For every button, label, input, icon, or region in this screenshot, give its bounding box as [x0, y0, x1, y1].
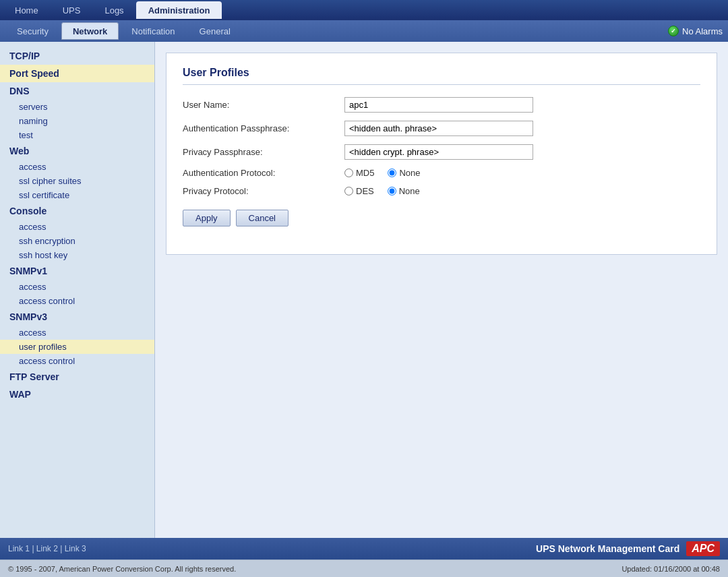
link1[interactable]: Link 1	[8, 544, 30, 553]
auth-protocol-group: MD5 None	[344, 168, 421, 178]
copyright-text: © 1995 - 2007, American Power Conversion…	[8, 565, 236, 573]
user-name-input[interactable]	[344, 97, 533, 113]
content-title: User Profiles	[183, 67, 700, 85]
tab-network[interactable]: Network	[61, 22, 119, 40]
sidebar-section-snmpv3[interactable]: SNMPv3	[0, 308, 154, 326]
auth-protocol-md5-label: MD5	[356, 168, 374, 178]
sidebar-item-snmpv3-access-control[interactable]: access control	[0, 354, 154, 368]
privacy-protocol-des[interactable]: DES	[344, 186, 374, 196]
cancel-button[interactable]: Cancel	[236, 210, 289, 226]
sidebar-item-naming[interactable]: naming	[0, 114, 154, 128]
tab-notification[interactable]: Notification	[120, 22, 186, 40]
auth-protocol-none[interactable]: None	[388, 168, 420, 178]
privacy-protocol-row: Privacy Protocol: DES None	[183, 186, 700, 196]
tab-home[interactable]: Home	[3, 1, 51, 19]
auth-protocol-md5-radio[interactable]	[344, 169, 353, 177]
auth-passphrase-label: Authentication Passphrase:	[183, 123, 344, 133]
auth-passphrase-row: Authentication Passphrase:	[183, 121, 700, 136]
second-nav-bar: Security Network Notification General No…	[0, 20, 728, 42]
second-nav-tabs: Security Network Notification General	[5, 22, 242, 40]
sidebar-item-ssl-cipher-suites[interactable]: ssl cipher suites	[0, 174, 154, 188]
alarm-indicator	[668, 26, 679, 36]
main-content: TCP/IP Port Speed DNS servers naming tes…	[0, 42, 728, 538]
no-alarms-label: No Alarms	[682, 26, 723, 36]
auth-passphrase-input[interactable]	[344, 121, 533, 136]
auth-protocol-md5[interactable]: MD5	[344, 168, 374, 178]
sidebar-item-tcpip[interactable]: TCP/IP	[0, 47, 154, 65]
sidebar-item-portspeed[interactable]: Port Speed	[0, 65, 154, 82]
sidebar-section-wap[interactable]: WAP	[0, 386, 154, 403]
tab-administration[interactable]: Administration	[136, 1, 222, 19]
sidebar-item-test[interactable]: test	[0, 128, 154, 142]
auth-protocol-row: Authentication Protocol: MD5 None	[183, 168, 700, 178]
sidebar-item-servers[interactable]: servers	[0, 100, 154, 114]
apc-logo: APC	[686, 541, 720, 556]
user-profiles-box: User Profiles User Name: Authentication …	[166, 53, 717, 255]
privacy-protocol-label: Privacy Protocol:	[183, 186, 344, 196]
brand-label: UPS Network Management Card	[536, 543, 679, 554]
privacy-protocol-none-label: None	[399, 186, 420, 196]
privacy-passphrase-input[interactable]	[344, 144, 533, 160]
apply-button[interactable]: Apply	[183, 210, 231, 226]
privacy-passphrase-label: Privacy Passphrase:	[183, 147, 344, 157]
no-alarms-status: No Alarms	[668, 26, 723, 36]
sidebar-item-user-profiles[interactable]: user profiles	[0, 340, 154, 354]
sidebar-item-snmpv1-access[interactable]: access	[0, 280, 154, 294]
tab-security[interactable]: Security	[5, 22, 60, 40]
privacy-protocol-des-radio[interactable]	[344, 187, 353, 195]
auth-protocol-none-radio[interactable]	[388, 169, 396, 177]
sidebar-item-web-access[interactable]: access	[0, 160, 154, 174]
tab-logs[interactable]: Logs	[92, 1, 135, 19]
sidebar-item-ssl-certificate[interactable]: ssl certificate	[0, 188, 154, 202]
user-name-row: User Name:	[183, 97, 700, 113]
link3[interactable]: Link 3	[65, 544, 86, 553]
bottom-links: Link 1 | Link 2 | Link 3	[8, 544, 86, 553]
sidebar-section-console[interactable]: Console	[0, 202, 154, 220]
privacy-protocol-des-label: DES	[356, 186, 374, 196]
sidebar: TCP/IP Port Speed DNS servers naming tes…	[0, 42, 155, 538]
privacy-passphrase-row: Privacy Passphrase:	[183, 144, 700, 160]
sidebar-section-ftp[interactable]: FTP Server	[0, 368, 154, 386]
auth-protocol-none-label: None	[399, 168, 420, 178]
content-panel: User Profiles User Name: Authentication …	[155, 42, 728, 538]
user-name-label: User Name:	[183, 100, 344, 110]
footer: © 1995 - 2007, American Power Conversion…	[0, 559, 728, 577]
sidebar-section-dns[interactable]: DNS	[0, 82, 154, 100]
tab-ups[interactable]: UPS	[51, 1, 93, 19]
privacy-protocol-none[interactable]: None	[388, 186, 420, 196]
sidebar-item-snmpv1-access-control[interactable]: access control	[0, 294, 154, 308]
sidebar-item-snmpv3-access[interactable]: access	[0, 326, 154, 340]
privacy-protocol-none-radio[interactable]	[388, 187, 396, 195]
sidebar-item-ssh-host-key[interactable]: ssh host key	[0, 248, 154, 262]
privacy-protocol-group: DES None	[344, 186, 420, 196]
sidebar-section-web[interactable]: Web	[0, 142, 154, 160]
auth-protocol-label: Authentication Protocol:	[183, 168, 344, 178]
tab-general[interactable]: General	[188, 22, 242, 40]
button-row: Apply Cancel	[183, 210, 700, 226]
sidebar-item-console-access[interactable]: access	[0, 220, 154, 234]
top-nav-bar: Home UPS Logs Administration	[0, 0, 728, 20]
sidebar-section-snmpv1[interactable]: SNMPv1	[0, 262, 154, 280]
sidebar-item-ssh-encryption[interactable]: ssh encryption	[0, 234, 154, 248]
updated-text: Updated: 01/16/2000 at 00:48	[621, 565, 720, 573]
link2[interactable]: Link 2	[36, 544, 58, 553]
bottom-bar: Link 1 | Link 2 | Link 3 UPS Network Man…	[0, 538, 728, 559]
bottom-right: UPS Network Management Card APC	[536, 541, 720, 556]
